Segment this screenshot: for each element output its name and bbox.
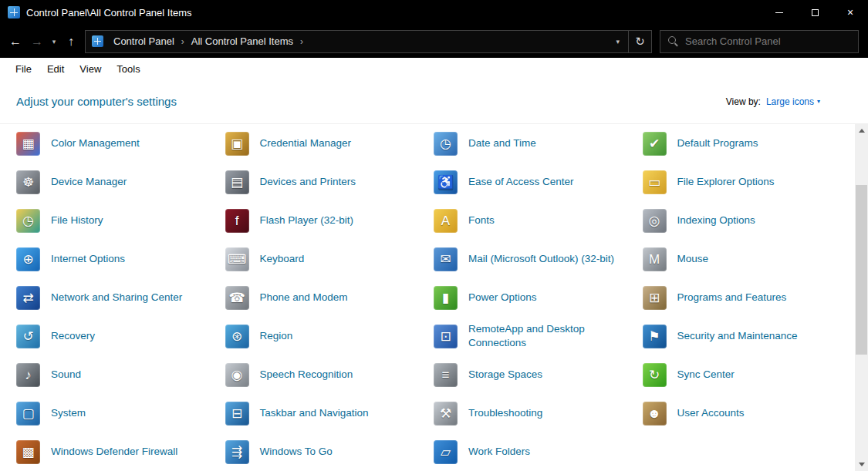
scroll-down-button[interactable]	[855, 458, 868, 471]
page-title: Adjust your computer's settings	[16, 95, 177, 108]
recovery-icon: ↺	[16, 325, 40, 348]
breadcrumb-separator-icon[interactable]: ›	[297, 36, 306, 47]
view-by-label: View by:	[726, 96, 761, 107]
address-dropdown-button[interactable]: ▾	[609, 31, 627, 52]
remoteapp-and-desktop-connections-icon: ⊡	[434, 325, 458, 348]
cp-item-power-options[interactable]: ▮Power Options	[434, 278, 643, 317]
scrollbar-track[interactable]	[855, 137, 868, 458]
refresh-button[interactable]: ↻	[629, 30, 652, 53]
menu-item-view[interactable]: View	[72, 60, 109, 78]
cp-item-label: Mouse	[677, 252, 709, 266]
cp-item-recovery[interactable]: ↺Recovery	[16, 317, 225, 355]
recent-pages-button[interactable]: ▾	[48, 31, 60, 52]
menu-item-edit[interactable]: Edit	[39, 60, 72, 78]
region-icon: ⊛	[225, 325, 249, 348]
cp-item-date-and-time[interactable]: ◷Date and Time	[434, 124, 643, 163]
cp-item-label: Windows Defender Firewall	[51, 445, 177, 459]
cp-item-label: Phone and Modem	[260, 291, 348, 304]
cp-item-label: Security and Maintenance	[677, 329, 798, 343]
cp-item-label: Network and Sharing Center	[51, 291, 182, 304]
cp-item-storage-spaces[interactable]: ≡Storage Spaces	[434, 355, 643, 394]
cp-item-region[interactable]: ⊛Region	[225, 317, 434, 355]
search-icon	[668, 36, 678, 46]
forward-icon: →	[31, 35, 43, 49]
cp-item-color-management[interactable]: ▦Color Management	[16, 124, 225, 163]
breadcrumb-separator-icon[interactable]: ›	[178, 36, 187, 47]
cp-item-mouse[interactable]: MMouse	[643, 240, 852, 278]
cp-item-work-folders[interactable]: ▱Work Folders	[434, 432, 643, 471]
cp-item-default-programs[interactable]: ✔Default Programs	[643, 124, 852, 163]
cp-item-windows-defender-firewall[interactable]: ▩Windows Defender Firewall	[16, 432, 225, 471]
cp-item-system[interactable]: ▢System	[16, 394, 225, 432]
cp-item-label: Flash Player (32-bit)	[260, 214, 354, 227]
cp-item-sync-center[interactable]: ↻Sync Center	[643, 355, 852, 394]
ease-of-access-center-icon: ♿	[434, 170, 458, 194]
programs-and-features-icon: ⊞	[643, 286, 667, 310]
cp-item-programs-and-features[interactable]: ⊞Programs and Features	[643, 278, 852, 317]
control-panel-icon	[92, 35, 103, 47]
breadcrumb-all-control-panel-items[interactable]: All Control Panel Items	[187, 35, 297, 47]
view-by-control: View by: Large icons ▾	[726, 96, 820, 107]
cp-item-label: Recovery	[51, 329, 95, 343]
cp-item-indexing-options[interactable]: ◎Indexing Options	[643, 201, 852, 240]
mail-icon: ✉	[434, 247, 458, 271]
cp-item-mail-microsoft-outlook-32-bit[interactable]: ✉Mail (Microsoft Outlook) (32-bit)	[434, 240, 643, 278]
search-box[interactable]	[660, 30, 859, 53]
cp-item-devices-and-printers[interactable]: ▤Devices and Printers	[225, 163, 434, 201]
cp-item-taskbar-and-navigation[interactable]: ⊟Taskbar and Navigation	[225, 394, 434, 432]
up-icon: ↑	[68, 35, 74, 49]
search-input[interactable]	[685, 35, 850, 47]
menu-item-file[interactable]: File	[8, 60, 39, 78]
cp-item-label: System	[51, 406, 86, 420]
breadcrumb-control-panel[interactable]: Control Panel	[110, 35, 178, 47]
cp-item-file-history[interactable]: ◷File History	[16, 201, 225, 240]
cp-item-credential-manager[interactable]: ▣Credential Manager	[225, 124, 434, 163]
close-button[interactable]: ×	[833, 0, 868, 25]
header-row: Adjust your computer's settings View by:…	[0, 79, 868, 124]
window-controls: ×	[762, 0, 868, 25]
troubleshooting-icon: ⚒	[434, 402, 458, 426]
cp-item-remoteapp-and-desktop-connections[interactable]: ⊡RemoteApp and Desktop Connections	[434, 317, 643, 355]
vertical-scrollbar[interactable]	[855, 124, 868, 471]
forward-button[interactable]: →	[26, 31, 48, 52]
cp-item-internet-options[interactable]: ⊕Internet Options	[16, 240, 225, 278]
cp-item-speech-recognition[interactable]: ◉Speech Recognition	[225, 355, 434, 394]
cp-item-device-manager[interactable]: ☸Device Manager	[16, 163, 225, 201]
cp-item-label: Region	[260, 329, 293, 343]
scrollbar-thumb[interactable]	[856, 185, 867, 355]
internet-options-icon: ⊕	[16, 247, 40, 271]
menu-item-tools[interactable]: Tools	[109, 60, 147, 78]
back-button[interactable]: ←	[5, 31, 26, 52]
back-icon: ←	[9, 35, 22, 49]
sound-icon: ♪	[16, 363, 40, 387]
work-folders-icon: ▱	[434, 440, 458, 464]
date-and-time-icon: ◷	[434, 132, 458, 156]
taskbar-and-navigation-icon: ⊟	[225, 402, 249, 426]
cp-item-keyboard[interactable]: ⌨Keyboard	[225, 240, 434, 278]
devices-and-printers-icon: ▤	[225, 170, 249, 194]
cp-item-label: Storage Spaces	[468, 368, 542, 382]
phone-and-modem-icon: ☎	[225, 286, 249, 310]
cp-item-sound[interactable]: ♪Sound	[16, 355, 225, 394]
cp-item-user-accounts[interactable]: ☻User Accounts	[643, 394, 852, 432]
cp-item-label: Power Options	[468, 291, 537, 304]
scroll-up-button[interactable]	[855, 124, 868, 137]
cp-item-troubleshooting[interactable]: ⚒Troubleshooting	[434, 394, 643, 432]
maximize-button[interactable]	[797, 0, 833, 25]
view-by-dropdown[interactable]: Large icons ▾	[766, 96, 820, 107]
cp-item-flash-player-32-bit[interactable]: fFlash Player (32-bit)	[225, 201, 434, 240]
maximize-icon	[812, 9, 819, 16]
up-button[interactable]: ↑	[60, 31, 82, 52]
cp-item-phone-and-modem[interactable]: ☎Phone and Modem	[225, 278, 434, 317]
cp-item-security-and-maintenance[interactable]: ⚑Security and Maintenance	[643, 317, 852, 355]
cp-item-fonts[interactable]: AFonts	[434, 201, 643, 240]
speech-recognition-icon: ◉	[225, 363, 249, 387]
power-options-icon: ▮	[434, 286, 458, 310]
cp-item-windows-to-go[interactable]: ⇶Windows To Go	[225, 432, 434, 471]
cp-item-network-and-sharing-center[interactable]: ⇄Network and Sharing Center	[16, 278, 225, 317]
minimize-button[interactable]	[762, 0, 797, 25]
cp-item-file-explorer-options[interactable]: ▭File Explorer Options	[643, 163, 852, 201]
windows-to-go-icon: ⇶	[225, 440, 249, 464]
cp-item-ease-of-access-center[interactable]: ♿Ease of Access Center	[434, 163, 643, 201]
address-bar[interactable]: Control Panel › All Control Panel Items …	[85, 30, 629, 53]
